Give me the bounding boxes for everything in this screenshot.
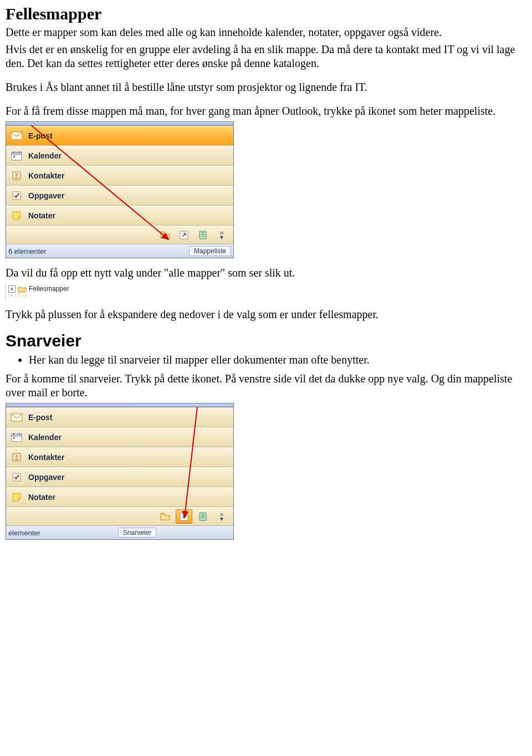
nav-bottom-icons: »▾	[6, 226, 233, 244]
tasks-icon	[11, 190, 23, 201]
nav-label: E-post	[28, 131, 53, 140]
nav-item-oppgaver[interactable]: Oppgaver	[6, 186, 233, 206]
nav-item-epost[interactable]: E-post	[6, 407, 233, 427]
nav-label: Oppgaver	[28, 191, 64, 200]
mail-icon	[11, 130, 23, 141]
folderlist-icon-button[interactable]	[157, 509, 173, 524]
nav-label: Notater	[28, 211, 55, 220]
status-hint-snarveier: Snarveier	[118, 528, 156, 538]
nav-label: Kontakter	[28, 453, 64, 462]
svg-point-22	[16, 455, 18, 458]
outlook-nav-panel-1: E-post Kalender Kontakter Oppgaver Notat…	[6, 121, 234, 258]
para-usage: Brukes i Ås blant annet til å bestille l…	[6, 80, 526, 94]
journal-icon	[198, 512, 207, 521]
folder-icon	[160, 231, 170, 239]
shortcut-icon	[180, 231, 188, 239]
nav-item-kalender[interactable]: Kalender	[6, 427, 233, 447]
svg-point-7	[16, 173, 18, 176]
panel-header-strip	[6, 403, 233, 407]
heading-fellesmapper: Fellesmapper	[6, 4, 526, 23]
more-icon-button[interactable]: »▾	[213, 228, 230, 242]
calendar-icon	[11, 150, 23, 161]
journal-icon	[198, 231, 207, 239]
tree-row-fellesmapper[interactable]: + Fellesmapper	[8, 284, 125, 293]
status-bar-2: elementer Snarveier	[6, 525, 233, 539]
svg-rect-0	[11, 132, 22, 140]
nav-label: Notater	[28, 493, 55, 502]
mail-icon	[11, 412, 23, 423]
chevron-more-icon: »▾	[220, 231, 224, 239]
shortcut-icon-button[interactable]	[176, 509, 192, 524]
bullet-snarveier: Her kan du legge til snarveier til mappe…	[29, 354, 526, 366]
contacts-icon	[11, 170, 23, 181]
notes-icon	[11, 492, 23, 503]
folder-icon	[18, 285, 27, 293]
nav-label: E-post	[28, 413, 53, 422]
svg-rect-25	[200, 513, 206, 520]
tree-snippet: + Fellesmapper +	[6, 283, 127, 300]
para-intro: Dette er mapper som kan deles med alle o…	[6, 25, 526, 39]
tree-label: Fellesmapper	[29, 285, 69, 293]
nav-item-kontakter[interactable]: Kontakter	[6, 166, 233, 186]
outlook-nav-panel-2: E-post Kalender Kontakter Oppgaver Notat…	[6, 403, 234, 540]
status-bar-1: 6 elementer Mappeliste	[6, 244, 233, 258]
folder-icon	[160, 512, 170, 521]
heading-snarveier: Snarveier	[6, 331, 526, 350]
folderlist-icon-button[interactable]	[157, 228, 173, 242]
notes-icon	[11, 210, 23, 221]
shortcut-icon-button[interactable]	[176, 228, 192, 242]
para-snarveier-howto: For å komme til snarveier. Trykk på dett…	[6, 372, 526, 400]
nav-item-notater[interactable]: Notater	[6, 206, 233, 226]
svg-rect-20	[13, 437, 15, 439]
journal-icon-button[interactable]	[195, 509, 211, 524]
nav-label: Kontakter	[28, 171, 64, 180]
nav-label: Kalender	[28, 151, 62, 160]
status-hint-mappeliste: Mappeliste	[189, 246, 231, 256]
svg-rect-10	[200, 231, 206, 239]
nav-bottom-icons: »▾	[6, 507, 233, 525]
tasks-icon	[11, 472, 23, 483]
para-howto: For å få frem disse mappen må man, for h…	[6, 104, 526, 118]
nav-item-notater[interactable]: Notater	[6, 487, 233, 507]
svg-rect-5	[13, 156, 15, 157]
svg-rect-15	[11, 413, 22, 421]
status-left: elementer	[8, 529, 40, 537]
shortcut-icon	[180, 512, 188, 521]
chevron-more-icon: »▾	[220, 512, 224, 521]
nav-item-epost[interactable]: E-post	[6, 126, 233, 146]
svg-rect-17	[12, 434, 22, 436]
svg-rect-2	[12, 152, 22, 155]
panel-header-strip	[6, 122, 233, 126]
calendar-icon	[11, 432, 23, 443]
contacts-icon	[11, 452, 23, 463]
para-expand: Trykk på plussen for å ekspandere deg ne…	[6, 308, 526, 321]
nav-label: Kalender	[28, 433, 62, 442]
para-contact-it: Hvis det er en ønskelig for en gruppe el…	[6, 43, 526, 70]
nav-item-kontakter[interactable]: Kontakter	[6, 447, 233, 467]
nav-item-oppgaver[interactable]: Oppgaver	[6, 467, 233, 487]
tree-row-more: +	[8, 293, 125, 298]
para-new-option: Da vil du få opp ett nytt valg under "al…	[6, 266, 526, 280]
nav-item-kalender[interactable]: Kalender	[6, 146, 233, 166]
more-icon-button[interactable]: »▾	[213, 509, 230, 524]
nav-label: Oppgaver	[28, 473, 64, 482]
journal-icon-button[interactable]	[195, 228, 211, 242]
tree-expand-icon[interactable]: +	[8, 285, 16, 293]
status-left: 6 elementer	[8, 247, 47, 256]
